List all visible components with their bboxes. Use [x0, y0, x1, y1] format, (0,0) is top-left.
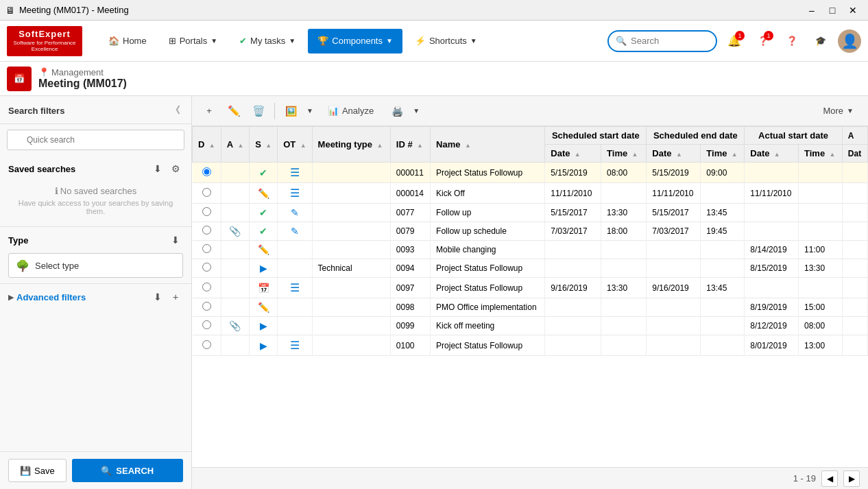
row-radio[interactable] — [193, 278, 221, 298]
global-search-box[interactable]: 🔍 — [607, 30, 717, 52]
home-nav-button[interactable]: 🏠 Home — [99, 29, 156, 53]
more-button[interactable]: More ▼ — [814, 100, 863, 122]
row-radio[interactable] — [193, 298, 221, 317]
ast-sort-icon: ▲ — [830, 151, 836, 158]
prev-page-button[interactable]: ◀ — [821, 470, 838, 487]
manage-saved-searches-button[interactable]: ⚙ — [168, 161, 183, 176]
row-radio[interactable] — [193, 183, 221, 204]
analyze-button[interactable]: 📊 Analyze — [319, 100, 383, 122]
save-search-button[interactable]: ⬇ — [150, 161, 165, 176]
col-meeting-type-header[interactable]: Meeting type ▲ — [312, 127, 390, 163]
row-sched-start-date — [545, 335, 601, 356]
col-actual-start-time-header[interactable]: Time ▲ — [799, 145, 843, 163]
print-split-button[interactable]: 🖨️ ▼ — [385, 100, 424, 122]
edit-button[interactable]: ✏️ — [222, 100, 245, 122]
col-sched-end-date-header[interactable]: Date ▲ — [647, 145, 701, 163]
support-button[interactable]: ❓ 1 — [751, 29, 775, 53]
row-radio-input[interactable] — [202, 263, 211, 272]
row-radio[interactable] — [193, 259, 221, 278]
row-status: ✏️ — [250, 241, 278, 259]
row-radio[interactable] — [193, 335, 221, 356]
mytasks-nav-button[interactable]: ✔ My tasks ▼ — [230, 29, 305, 53]
row-meeting-type: Technical — [312, 259, 390, 278]
notifications-button[interactable]: 🔔 1 — [723, 29, 746, 53]
col-sched-start-date-header[interactable]: Date ▲ — [545, 145, 601, 163]
portals-nav-button[interactable]: ⊞ Portals ▼ — [159, 29, 227, 53]
type-section: Type ⬇ 🌳 Select type — [0, 227, 191, 284]
col-s-header[interactable]: S ▲ — [250, 127, 278, 163]
next-page-button[interactable]: ▶ — [843, 470, 860, 487]
row-radio[interactable] — [193, 222, 221, 241]
col-sched-end-time-header[interactable]: Time ▲ — [701, 145, 745, 163]
search-button[interactable]: 🔍 SEARCH — [72, 459, 183, 482]
col-extra-sub-header[interactable]: Dat — [842, 145, 867, 163]
row-radio[interactable] — [193, 204, 221, 222]
table-row[interactable]: 📎 ✔ ✎ 0079 Follow up schedule 7/03/2017 … — [193, 222, 868, 241]
row-radio-input[interactable] — [202, 320, 211, 329]
shortcuts-label: Shortcuts — [429, 36, 467, 46]
minimize-button[interactable]: – — [802, 3, 821, 18]
search-icon: 🔍 — [616, 36, 627, 46]
table-row[interactable]: 📎 ▶ 0099 Kick off meeting 8/12/2019 08:0… — [193, 317, 868, 335]
collapse-sidebar-button[interactable]: 《 — [168, 103, 183, 118]
col-extra-header[interactable]: A — [842, 127, 867, 145]
col-ot-header[interactable]: OT ▲ — [278, 127, 312, 163]
row-radio[interactable] — [193, 317, 221, 335]
row-radio-input[interactable] — [202, 207, 211, 216]
row-radio[interactable] — [193, 241, 221, 259]
advanced-filters-header[interactable]: ▶ Advanced filters ⬇ + — [8, 289, 183, 305]
view-split-button[interactable]: 🖼️ ▼ — [279, 100, 317, 122]
maximize-button[interactable]: □ — [823, 3, 842, 18]
table-container[interactable]: D ▲ A ▲ S ▲ OT ▲ Meeting type ▲ ID # ▲ N… — [192, 126, 868, 467]
table-row[interactable]: 📅 ☰ 0097 Project Status Followup 9/16/20… — [193, 278, 868, 298]
academy-button[interactable]: 🎓 — [809, 29, 832, 53]
row-radio-input[interactable] — [202, 226, 211, 235]
row-radio-input[interactable] — [202, 283, 211, 291]
table-row[interactable]: ✏️ ☰ 000014 Kick Off 11/11/2010 11/11/20… — [193, 183, 868, 204]
add-button[interactable]: + — [197, 100, 221, 122]
quick-search-input[interactable] — [7, 130, 184, 150]
col-a-header[interactable]: A ▲ — [221, 127, 250, 163]
row-sched-start-time: 18:00 — [601, 222, 647, 241]
row-name: Project Status Followup — [431, 278, 545, 298]
user-avatar[interactable]: 👤 — [838, 29, 861, 53]
row-radio-input[interactable] — [202, 340, 211, 349]
row-radio[interactable] — [193, 163, 221, 183]
table-row[interactable]: ✔ ✎ 0077 Follow up 5/15/2017 13:30 5/15/… — [193, 204, 868, 222]
nav-search-area: 🔍 🔔 1 ❓ 1 ❓ 🎓 👤 — [607, 29, 861, 53]
help-button[interactable]: ❓ — [780, 29, 804, 53]
type-import-button[interactable]: ⬇ — [168, 232, 183, 248]
select-type-button[interactable]: 🌳 Select type — [8, 253, 183, 278]
row-sched-end-date: 9/16/2019 — [647, 278, 701, 298]
row-id: 0099 — [390, 317, 430, 335]
col-id-header[interactable]: ID # ▲ — [390, 127, 430, 163]
table-row[interactable]: ✔ ☰ 000011 Project Status Followup 5/15/… — [193, 163, 868, 183]
location-icon: 📍 — [38, 67, 49, 77]
sidebar: Search filters 《 🔍 Saved searches ⬇ ⚙ ℹ — [0, 96, 192, 489]
global-search-input[interactable] — [631, 36, 709, 46]
row-ot — [278, 317, 312, 335]
row-radio-input[interactable] — [202, 302, 211, 311]
close-button[interactable]: ✕ — [843, 3, 863, 18]
table-row[interactable]: ✏️ 0098 PMO Office implementation 8/19/2… — [193, 298, 868, 317]
save-button[interactable]: 💾 Save — [8, 459, 67, 482]
col-name-header[interactable]: Name ▲ — [431, 127, 545, 163]
table-row[interactable]: ▶ ☰ 0100 Project Status Followup 8/01/20… — [193, 335, 868, 356]
components-nav-button[interactable]: 🏆 Components ▼ — [308, 29, 402, 53]
components-icon: 🏆 — [317, 36, 328, 46]
row-radio-input[interactable] — [202, 188, 211, 197]
col-sched-start-time-header[interactable]: Time ▲ — [601, 145, 647, 163]
table-row[interactable]: ✏️ 0093 Mobile changing 8/14/2019 11:00 — [193, 241, 868, 259]
shortcuts-nav-button[interactable]: ⚡ Shortcuts ▼ — [405, 29, 487, 53]
row-ot: ☰ — [278, 335, 312, 356]
table-row[interactable]: ▶ Technical 0094 Project Status Followup… — [193, 259, 868, 278]
row-radio-input[interactable] — [202, 167, 211, 176]
delete-button[interactable]: 🗑️ — [247, 100, 270, 122]
col-d-header[interactable]: D ▲ — [193, 127, 221, 163]
row-radio-input[interactable] — [202, 244, 211, 253]
row-meeting-type — [312, 317, 390, 335]
status-check-icon: ✔ — [259, 207, 267, 218]
advanced-filter-add-button[interactable]: + — [168, 289, 183, 305]
advanced-filter-import-button[interactable]: ⬇ — [150, 289, 165, 305]
col-actual-start-date-header[interactable]: Date ▲ — [745, 145, 799, 163]
